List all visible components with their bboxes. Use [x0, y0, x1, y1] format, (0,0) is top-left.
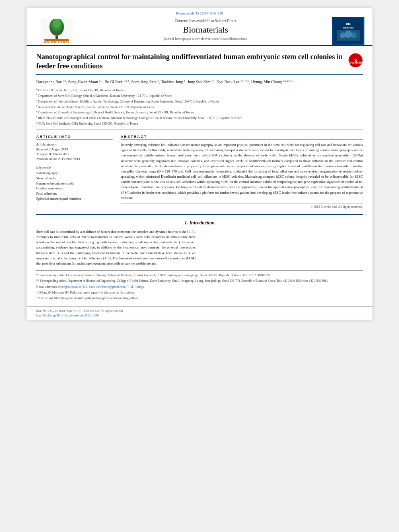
keywords-block: Keywords: Nanotopography Stem cell niche…	[36, 166, 113, 202]
article-history-block: Article history: Received 2 August 2013 …	[36, 142, 113, 162]
journal-header: Biomaterials 35 (2014) 916–928	[27, 8, 372, 46]
footnote-emails: E-mail addresses: khlee@korea.ac.kr (K.R…	[36, 285, 363, 289]
affiliation-b: b Department of Stem Cell Biology, Schoo…	[36, 93, 363, 98]
svg-point-11	[345, 31, 352, 38]
available: Available online 29 October 2013	[36, 157, 113, 162]
footnote-corresponding-2: ** Corresponding author. Department of B…	[36, 279, 363, 283]
elsevier-tree-graphic	[41, 19, 73, 39]
keyword-list: Nanotopography Stem cell niche Human emb…	[36, 171, 113, 202]
journal-title: Biomaterials	[87, 25, 324, 35]
keyword-5: Focal adhesions	[36, 191, 113, 197]
intro-columns: Stem cell fate is determined by a multit…	[36, 229, 363, 266]
affiliations-block: a CHA Bio & Diostech Co., Ltd., Seoul 13…	[36, 87, 363, 130]
keyword-6: Epithelial–mesenchymal transition	[36, 197, 113, 202]
biomaterials-logo: Bio materials	[332, 17, 364, 45]
received: Received 2 August 2013	[36, 147, 113, 152]
affiliation-c: c Department of Interdisciplinary BioMic…	[36, 99, 363, 104]
abstract-text: Recently emerging evidence has indicated…	[121, 142, 363, 201]
received-date: Received 2 August 2013 Accepted 8 Octobe…	[36, 147, 113, 162]
doi-link[interactable]: http://dx.doi.org/10.1016/j.biomaterials…	[36, 314, 363, 317]
keyword-4: Gradient nanopattern	[36, 186, 113, 191]
issn-line: 0142-9612/$ – see front matter © 2013 El…	[36, 309, 363, 313]
article-info-label: ARTICLE INFO	[36, 135, 113, 140]
main-content: Nanotopographical control for maintainin…	[27, 46, 372, 306]
email-addresses: khlee@korea.ac.kr (K.R. Lee), safe33msh@…	[58, 285, 144, 289]
affiliation-a: a CHA Bio & Diostech Co., Ltd., Seoul 13…	[36, 87, 363, 92]
footnote-note-1: 1 D Bae, SH Moon and BG Park contributed…	[36, 290, 363, 295]
homepage-line: journal homepage: www.elsevier.com/locat…	[87, 37, 324, 41]
intro-col-2	[204, 229, 363, 266]
svg-text:Bio: Bio	[346, 22, 351, 26]
abstract-label: ABSTRACT	[121, 135, 363, 140]
article-title-block: Nanotopographical control for maintainin…	[36, 52, 363, 75]
elsevier-text: ELSEVIER	[43, 39, 70, 43]
ref-1-3: [1–3]	[187, 230, 194, 234]
journal-ref: Biomaterials 35 (2014) 916–928	[35, 11, 364, 15]
affiliation-d: d Research Institute of Health Science, …	[36, 104, 363, 109]
bottom-bar: 0142-9612/$ – see front matter © 2013 El…	[27, 306, 372, 320]
svg-point-12	[351, 33, 356, 38]
page: Biomaterials 35 (2014) 916–928	[27, 8, 372, 320]
footnote-corresponding-1: * Corresponding author. Department of St…	[36, 273, 363, 277]
accepted: Accepted 8 October 2013	[36, 152, 113, 157]
ref-4-8: [4–8]	[103, 256, 111, 260]
intro-col-1: Stem cell fate is determined by a multit…	[36, 229, 195, 266]
intro-title: 1. Introduction	[36, 220, 363, 226]
keywords-label: Keywords:	[36, 166, 113, 170]
svg-text:CrossMark: CrossMark	[348, 61, 363, 64]
science-direct-link[interactable]: ScienceDirect	[215, 19, 236, 23]
history-label: Article history:	[36, 142, 113, 146]
svg-text:materials: materials	[343, 26, 354, 29]
copyright-line: © 2013 Elsevier Ltd. All rights reserved…	[121, 203, 363, 209]
footnote-note-2: 2 KB Lee and HM Chung contributed equall…	[36, 296, 363, 300]
keyword-3: Human embryonic stem cells	[36, 181, 113, 187]
intro-text-1: Stem cell fate is determined by a multit…	[36, 229, 195, 266]
contents-text: Contents lists available at	[175, 19, 214, 23]
affiliation-f: f BK21 Plus Institute of Convergent and …	[36, 115, 363, 120]
authors-block: Daekyeong Bae a,1, Sung-Hwan Moon b,1, B…	[36, 79, 363, 85]
affiliation-g: g CHA Stem Cell Institute, CHA Universit…	[36, 121, 363, 126]
left-column: ARTICLE INFO Article history: Received 2…	[36, 135, 113, 209]
science-direct-line: Contents lists available at ScienceDirec…	[87, 19, 324, 23]
affiliation-e: e Department of Biomedical Engineering, …	[36, 109, 363, 115]
info-abstract-columns: ARTICLE INFO Article history: Received 2…	[36, 135, 363, 209]
keyword-1: Nanotopography	[36, 171, 113, 176]
elsevier-logo-block: ELSEVIER	[35, 19, 79, 43]
header-center: Contents lists available at ScienceDirec…	[79, 19, 332, 43]
keyword-2: Stem cell niche	[36, 176, 113, 181]
right-column: ABSTRACT Recently emerging evidence has …	[121, 135, 363, 209]
introduction-section: 1. Introduction Stem cell fate is determ…	[36, 214, 363, 266]
crossmark-logo: ✕ CrossMark	[348, 53, 363, 68]
email-label: E-mail addresses:	[36, 285, 58, 289]
article-title-text: Nanotopographical control for maintainin…	[36, 52, 348, 71]
footnote-section: * Corresponding author. Department of St…	[36, 270, 363, 300]
